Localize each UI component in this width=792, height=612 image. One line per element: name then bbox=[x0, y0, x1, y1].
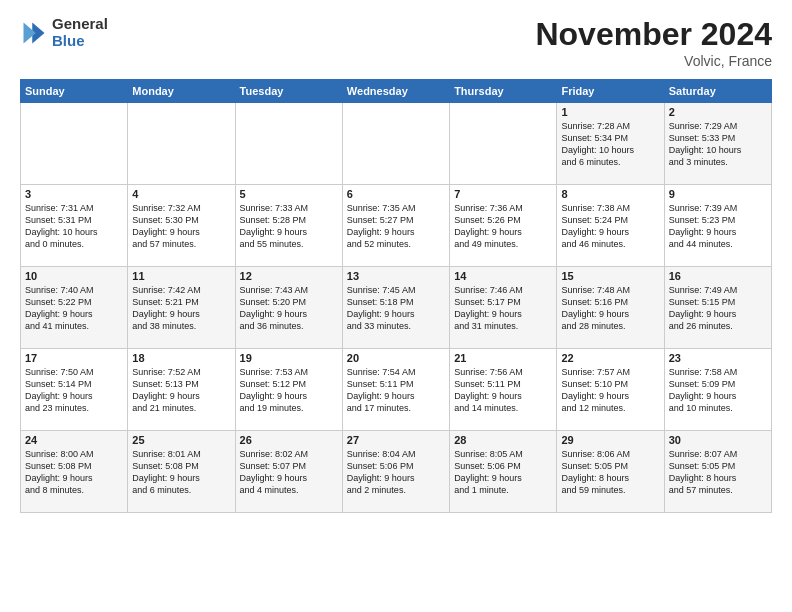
day-number: 29 bbox=[561, 434, 659, 446]
logo-general: General bbox=[52, 16, 108, 33]
day-info: Sunrise: 7:52 AM Sunset: 5:13 PM Dayligh… bbox=[132, 366, 230, 415]
day-number: 19 bbox=[240, 352, 338, 364]
calendar-cell bbox=[128, 103, 235, 185]
day-info: Sunrise: 7:46 AM Sunset: 5:17 PM Dayligh… bbox=[454, 284, 552, 333]
calendar-cell: 30Sunrise: 8:07 AM Sunset: 5:05 PM Dayli… bbox=[664, 431, 771, 513]
day-info: Sunrise: 7:43 AM Sunset: 5:20 PM Dayligh… bbox=[240, 284, 338, 333]
day-number: 5 bbox=[240, 188, 338, 200]
day-number: 23 bbox=[669, 352, 767, 364]
calendar-cell bbox=[21, 103, 128, 185]
day-number: 30 bbox=[669, 434, 767, 446]
calendar-cell bbox=[450, 103, 557, 185]
day-number: 13 bbox=[347, 270, 445, 282]
calendar-cell: 26Sunrise: 8:02 AM Sunset: 5:07 PM Dayli… bbox=[235, 431, 342, 513]
day-number: 20 bbox=[347, 352, 445, 364]
calendar-table: SundayMondayTuesdayWednesdayThursdayFrid… bbox=[20, 79, 772, 513]
day-number: 8 bbox=[561, 188, 659, 200]
day-number: 27 bbox=[347, 434, 445, 446]
day-number: 10 bbox=[25, 270, 123, 282]
calendar-cell: 19Sunrise: 7:53 AM Sunset: 5:12 PM Dayli… bbox=[235, 349, 342, 431]
calendar-cell: 2Sunrise: 7:29 AM Sunset: 5:33 PM Daylig… bbox=[664, 103, 771, 185]
day-number: 25 bbox=[132, 434, 230, 446]
day-number: 9 bbox=[669, 188, 767, 200]
calendar-cell: 20Sunrise: 7:54 AM Sunset: 5:11 PM Dayli… bbox=[342, 349, 449, 431]
week-row-4: 17Sunrise: 7:50 AM Sunset: 5:14 PM Dayli… bbox=[21, 349, 772, 431]
calendar-cell: 4Sunrise: 7:32 AM Sunset: 5:30 PM Daylig… bbox=[128, 185, 235, 267]
day-info: Sunrise: 7:54 AM Sunset: 5:11 PM Dayligh… bbox=[347, 366, 445, 415]
day-info: Sunrise: 7:58 AM Sunset: 5:09 PM Dayligh… bbox=[669, 366, 767, 415]
day-info: Sunrise: 7:48 AM Sunset: 5:16 PM Dayligh… bbox=[561, 284, 659, 333]
calendar-cell: 17Sunrise: 7:50 AM Sunset: 5:14 PM Dayli… bbox=[21, 349, 128, 431]
week-row-3: 10Sunrise: 7:40 AM Sunset: 5:22 PM Dayli… bbox=[21, 267, 772, 349]
day-number: 21 bbox=[454, 352, 552, 364]
day-info: Sunrise: 7:50 AM Sunset: 5:14 PM Dayligh… bbox=[25, 366, 123, 415]
day-header-monday: Monday bbox=[128, 80, 235, 103]
day-number: 12 bbox=[240, 270, 338, 282]
logo-blue: Blue bbox=[52, 33, 108, 50]
day-info: Sunrise: 7:40 AM Sunset: 5:22 PM Dayligh… bbox=[25, 284, 123, 333]
day-header-tuesday: Tuesday bbox=[235, 80, 342, 103]
title-block: November 2024 Volvic, France bbox=[535, 16, 772, 69]
day-number: 18 bbox=[132, 352, 230, 364]
calendar-cell: 18Sunrise: 7:52 AM Sunset: 5:13 PM Dayli… bbox=[128, 349, 235, 431]
day-info: Sunrise: 7:39 AM Sunset: 5:23 PM Dayligh… bbox=[669, 202, 767, 251]
day-info: Sunrise: 7:56 AM Sunset: 5:11 PM Dayligh… bbox=[454, 366, 552, 415]
calendar-cell: 16Sunrise: 7:49 AM Sunset: 5:15 PM Dayli… bbox=[664, 267, 771, 349]
day-info: Sunrise: 7:31 AM Sunset: 5:31 PM Dayligh… bbox=[25, 202, 123, 251]
calendar-cell: 12Sunrise: 7:43 AM Sunset: 5:20 PM Dayli… bbox=[235, 267, 342, 349]
calendar-page: General Blue November 2024 Volvic, Franc… bbox=[0, 0, 792, 612]
logo-icon bbox=[20, 19, 48, 47]
week-row-1: 1Sunrise: 7:28 AM Sunset: 5:34 PM Daylig… bbox=[21, 103, 772, 185]
calendar-cell: 22Sunrise: 7:57 AM Sunset: 5:10 PM Dayli… bbox=[557, 349, 664, 431]
day-info: Sunrise: 7:42 AM Sunset: 5:21 PM Dayligh… bbox=[132, 284, 230, 333]
day-header-thursday: Thursday bbox=[450, 80, 557, 103]
day-info: Sunrise: 7:33 AM Sunset: 5:28 PM Dayligh… bbox=[240, 202, 338, 251]
day-number: 24 bbox=[25, 434, 123, 446]
week-row-2: 3Sunrise: 7:31 AM Sunset: 5:31 PM Daylig… bbox=[21, 185, 772, 267]
day-info: Sunrise: 8:04 AM Sunset: 5:06 PM Dayligh… bbox=[347, 448, 445, 497]
page-header: General Blue November 2024 Volvic, Franc… bbox=[20, 16, 772, 69]
calendar-cell bbox=[342, 103, 449, 185]
day-number: 7 bbox=[454, 188, 552, 200]
day-info: Sunrise: 7:32 AM Sunset: 5:30 PM Dayligh… bbox=[132, 202, 230, 251]
days-header-row: SundayMondayTuesdayWednesdayThursdayFrid… bbox=[21, 80, 772, 103]
day-info: Sunrise: 7:57 AM Sunset: 5:10 PM Dayligh… bbox=[561, 366, 659, 415]
calendar-cell: 11Sunrise: 7:42 AM Sunset: 5:21 PM Dayli… bbox=[128, 267, 235, 349]
calendar-cell: 25Sunrise: 8:01 AM Sunset: 5:08 PM Dayli… bbox=[128, 431, 235, 513]
calendar-cell: 8Sunrise: 7:38 AM Sunset: 5:24 PM Daylig… bbox=[557, 185, 664, 267]
week-row-5: 24Sunrise: 8:00 AM Sunset: 5:08 PM Dayli… bbox=[21, 431, 772, 513]
day-info: Sunrise: 8:02 AM Sunset: 5:07 PM Dayligh… bbox=[240, 448, 338, 497]
calendar-cell: 21Sunrise: 7:56 AM Sunset: 5:11 PM Dayli… bbox=[450, 349, 557, 431]
calendar-cell: 3Sunrise: 7:31 AM Sunset: 5:31 PM Daylig… bbox=[21, 185, 128, 267]
day-number: 16 bbox=[669, 270, 767, 282]
calendar-cell: 23Sunrise: 7:58 AM Sunset: 5:09 PM Dayli… bbox=[664, 349, 771, 431]
calendar-cell: 5Sunrise: 7:33 AM Sunset: 5:28 PM Daylig… bbox=[235, 185, 342, 267]
calendar-cell: 13Sunrise: 7:45 AM Sunset: 5:18 PM Dayli… bbox=[342, 267, 449, 349]
day-info: Sunrise: 7:38 AM Sunset: 5:24 PM Dayligh… bbox=[561, 202, 659, 251]
day-number: 26 bbox=[240, 434, 338, 446]
calendar-cell: 9Sunrise: 7:39 AM Sunset: 5:23 PM Daylig… bbox=[664, 185, 771, 267]
day-number: 22 bbox=[561, 352, 659, 364]
day-header-saturday: Saturday bbox=[664, 80, 771, 103]
day-info: Sunrise: 8:01 AM Sunset: 5:08 PM Dayligh… bbox=[132, 448, 230, 497]
calendar-cell: 6Sunrise: 7:35 AM Sunset: 5:27 PM Daylig… bbox=[342, 185, 449, 267]
day-info: Sunrise: 7:49 AM Sunset: 5:15 PM Dayligh… bbox=[669, 284, 767, 333]
calendar-cell: 7Sunrise: 7:36 AM Sunset: 5:26 PM Daylig… bbox=[450, 185, 557, 267]
day-info: Sunrise: 8:00 AM Sunset: 5:08 PM Dayligh… bbox=[25, 448, 123, 497]
calendar-cell: 10Sunrise: 7:40 AM Sunset: 5:22 PM Dayli… bbox=[21, 267, 128, 349]
day-number: 28 bbox=[454, 434, 552, 446]
day-number: 14 bbox=[454, 270, 552, 282]
calendar-cell: 1Sunrise: 7:28 AM Sunset: 5:34 PM Daylig… bbox=[557, 103, 664, 185]
calendar-cell: 27Sunrise: 8:04 AM Sunset: 5:06 PM Dayli… bbox=[342, 431, 449, 513]
day-number: 4 bbox=[132, 188, 230, 200]
calendar-cell: 28Sunrise: 8:05 AM Sunset: 5:06 PM Dayli… bbox=[450, 431, 557, 513]
day-number: 3 bbox=[25, 188, 123, 200]
day-header-friday: Friday bbox=[557, 80, 664, 103]
day-header-sunday: Sunday bbox=[21, 80, 128, 103]
logo-text: General Blue bbox=[52, 16, 108, 49]
calendar-cell: 15Sunrise: 7:48 AM Sunset: 5:16 PM Dayli… bbox=[557, 267, 664, 349]
day-info: Sunrise: 8:07 AM Sunset: 5:05 PM Dayligh… bbox=[669, 448, 767, 497]
day-number: 1 bbox=[561, 106, 659, 118]
calendar-cell: 29Sunrise: 8:06 AM Sunset: 5:05 PM Dayli… bbox=[557, 431, 664, 513]
day-info: Sunrise: 7:35 AM Sunset: 5:27 PM Dayligh… bbox=[347, 202, 445, 251]
